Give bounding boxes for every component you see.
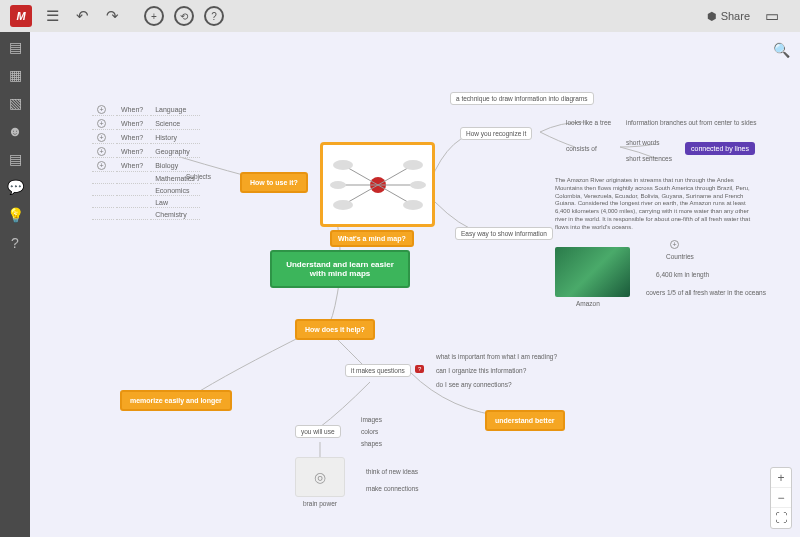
panel-idea-icon[interactable]: 💡 [6, 206, 24, 224]
subjects-table: +When?Language+When?Science+When?History… [90, 102, 202, 222]
mindmap-thumbnail[interactable] [320, 142, 435, 227]
panel-image-icon[interactable]: ▧ [6, 94, 24, 112]
node-make-conn[interactable]: make connections [365, 484, 419, 493]
node-recognize[interactable]: How you recognize it [460, 127, 532, 140]
node-center[interactable]: Understand and learn easier with mind ma… [270, 250, 410, 288]
panel-chat-icon[interactable]: 💬 [6, 178, 24, 196]
menu-icon[interactable]: ☰ [40, 4, 64, 28]
node-consists[interactable]: consists of [565, 144, 598, 153]
node-fresh[interactable]: covers 1/5 of all fresh water in the oce… [645, 288, 767, 297]
redo-icon[interactable]: ↷ [100, 4, 124, 28]
expand-icon[interactable]: + [97, 133, 106, 142]
subject-row[interactable]: +When?History [92, 132, 200, 144]
share-label: Share [721, 10, 750, 22]
subject-row[interactable]: +When?Science [92, 118, 200, 130]
svg-point-7 [333, 160, 353, 170]
app-logo[interactable]: M [10, 5, 32, 27]
node-countries[interactable]: Countries [665, 252, 695, 261]
expand-icon[interactable]: + [97, 105, 106, 114]
present-icon[interactable]: ▭ [760, 4, 784, 28]
node-how-use[interactable]: How to use it? [240, 172, 308, 193]
subject-row[interactable]: Chemistry [92, 210, 200, 220]
expand-icon[interactable]: + [97, 147, 106, 156]
search-icon[interactable]: 🔍 [773, 42, 790, 58]
panel-media-icon[interactable]: ▦ [6, 66, 24, 84]
node-q3[interactable]: do I see any connections? [435, 380, 513, 389]
share-button[interactable]: ⬢Share [707, 10, 750, 23]
svg-point-10 [403, 200, 423, 210]
node-memorize[interactable]: memorize easily and longer [120, 390, 232, 411]
amazon-label[interactable]: Amazon [575, 299, 601, 308]
expand-icon[interactable]: + [97, 119, 106, 128]
tool-icon-1[interactable]: ⟲ [172, 4, 196, 28]
svg-point-11 [330, 181, 346, 189]
countries-expand-icon[interactable]: + [670, 240, 679, 249]
node-q2[interactable]: can I organize this information? [435, 366, 527, 375]
subjects-group: +When?Language+When?Science+When?History… [90, 102, 202, 222]
node-colors[interactable]: colors [360, 427, 379, 436]
subject-row[interactable]: +When?Biology [92, 160, 200, 172]
subject-row[interactable]: +When?Language [92, 104, 200, 116]
node-technique[interactable]: a technique to draw information into dia… [450, 92, 594, 105]
badge-question: ? [415, 365, 424, 373]
brain-image[interactable]: ◎ [295, 457, 345, 497]
subjects-label[interactable]: Subjects [185, 172, 212, 181]
panel-help-icon[interactable]: ? [6, 234, 24, 252]
undo-icon[interactable]: ↶ [70, 4, 94, 28]
zoom-out-icon[interactable]: − [771, 488, 791, 508]
node-connected[interactable]: connected by lines [685, 142, 755, 155]
expand-icon[interactable]: + [97, 161, 106, 170]
zoom-fit-icon[interactable]: ⛶ [771, 508, 791, 528]
node-think-new[interactable]: think of new ideas [365, 467, 419, 476]
node-shapes[interactable]: shapes [360, 439, 383, 448]
amazon-paragraph: The Amazon River originates in streams t… [555, 177, 755, 232]
node-short-words[interactable]: short words [625, 138, 661, 147]
node-how-help[interactable]: How does it help? [295, 319, 375, 340]
node-understand[interactable]: understand better [485, 410, 565, 431]
subject-row[interactable]: +When?Geography [92, 146, 200, 158]
panel-list-icon[interactable]: ▤ [6, 150, 24, 168]
brain-label[interactable]: brain power [302, 499, 338, 508]
panel-notes-icon[interactable]: ▤ [6, 38, 24, 56]
subject-row[interactable]: Economics [92, 186, 200, 196]
tool-icon-2[interactable]: ? [202, 4, 226, 28]
node-short-sentences[interactable]: short sentences [625, 154, 673, 163]
panel-emoji-icon[interactable]: ☻ [6, 122, 24, 140]
node-easy-way[interactable]: Easy way to show information [455, 227, 553, 240]
zoom-in-icon[interactable]: + [771, 468, 791, 488]
node-images[interactable]: images [360, 415, 383, 424]
add-node-icon[interactable]: + [142, 4, 166, 28]
node-what-is[interactable]: What's a mind map? [330, 230, 414, 247]
subject-row[interactable]: Law [92, 198, 200, 208]
svg-point-12 [410, 181, 426, 189]
subject-row[interactable]: Mathematics [92, 174, 200, 184]
node-branches[interactable]: information branches out from center to … [625, 118, 757, 127]
top-toolbar: M ☰ ↶ ↷ + ⟲ ? ⬢Share ▭ [0, 0, 800, 32]
share-icon: ⬢ [707, 10, 717, 23]
node-makes-q[interactable]: it makes questions [345, 364, 411, 377]
node-will-use[interactable]: you will use [295, 425, 341, 438]
node-length[interactable]: 6,400 km in length [655, 270, 710, 279]
mindmap-canvas[interactable]: 🔍 +When?Language+When?Science+When?Histo… [30, 32, 800, 537]
left-sidebar: ▤ ▦ ▧ ☻ ▤ 💬 💡 ? [0, 32, 30, 537]
svg-point-8 [403, 160, 423, 170]
node-tree[interactable]: looks like a tree [565, 118, 612, 127]
svg-point-9 [333, 200, 353, 210]
node-q1[interactable]: what is important from what I am reading… [435, 352, 558, 361]
zoom-controls: + − ⛶ [770, 467, 792, 529]
amazon-image[interactable] [555, 247, 630, 297]
